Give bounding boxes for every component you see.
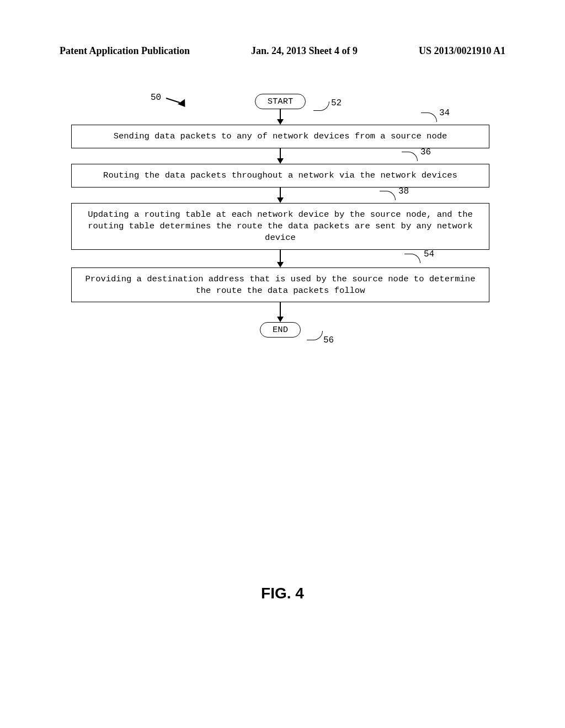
ref-34: 34 [439, 108, 450, 118]
header-date-sheet: Jan. 24, 2013 Sheet 4 of 9 [251, 45, 358, 57]
ref-34-leader [421, 113, 437, 122]
header-publication: Patent Application Publication [60, 45, 190, 57]
process-step-2: Routing the data packets throughout a ne… [71, 164, 489, 188]
arrow-1-head [277, 119, 284, 125]
ref-54: 54 [424, 249, 434, 259]
arrow-5-line [280, 302, 281, 317]
ref-52: 52 [331, 98, 342, 108]
arrow-4-line [280, 250, 281, 262]
page-header: Patent Application Publication Jan. 24, … [60, 45, 505, 57]
ref-36-leader [402, 152, 418, 161]
ref-36: 36 [420, 147, 431, 157]
end-terminator: END [260, 322, 301, 338]
arrow-2-head [277, 158, 284, 164]
ref-38-leader [380, 191, 396, 200]
ref-52-leader [313, 101, 329, 111]
arrow-5-head [277, 317, 284, 322]
flowchart: 50 START 52 34 Sending data packets to a… [71, 94, 490, 338]
arrow-1-line [280, 109, 281, 119]
arrow-4-head [277, 262, 284, 267]
process-step-4: Providing a destination address that is … [71, 267, 489, 303]
ref-56-leader [307, 331, 323, 340]
ref-56: 56 [323, 335, 334, 345]
ref-38: 38 [398, 186, 409, 196]
arrow-2-line [280, 148, 281, 158]
ref-54-leader [404, 254, 420, 263]
header-patent-number: US 2013/0021910 A1 [419, 45, 505, 57]
arrow-3-head [277, 197, 284, 203]
process-step-1: Sending data packets to any of network d… [71, 125, 489, 148]
process-step-3: Updating a routing table at each network… [71, 203, 489, 250]
start-terminator: START [255, 94, 306, 109]
arrow-3-line [280, 188, 281, 197]
figure-caption: FIG. 4 [0, 585, 565, 602]
